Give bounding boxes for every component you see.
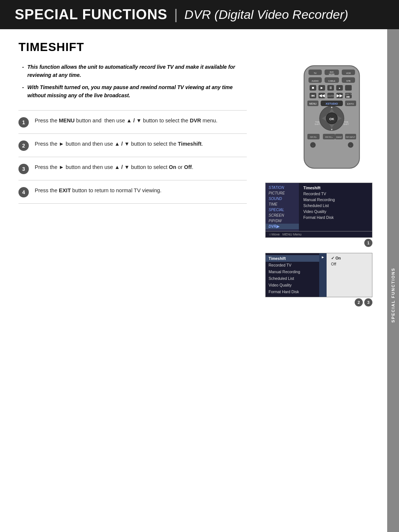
page-header: SPECIAL FUNCTIONS | DVR (Digital Video R… bbox=[0, 0, 399, 29]
remote-illustration: TV DVC MODE VCR AUDIO CABLE STB bbox=[295, 63, 372, 175]
svg-text:◀◀: ◀◀ bbox=[319, 93, 325, 98]
menu-right-scheduled: Scheduled List bbox=[302, 203, 369, 209]
menu-item-station: STATION bbox=[266, 185, 299, 190]
menu-right-quality: Video Quality bbox=[302, 209, 369, 214]
submenu-arrow: ► bbox=[319, 253, 327, 297]
step-text-2: Press the ► button and then use ▲ / ▼ bu… bbox=[35, 140, 203, 148]
menu-right-timeshift: Timeshift bbox=[302, 185, 369, 191]
menu-item-pipdw: PIP/DW bbox=[266, 218, 299, 224]
steps-list: 1 Press the MENU button and then use ▲ /… bbox=[18, 110, 247, 204]
svg-text:AUDIO: AUDIO bbox=[311, 80, 318, 82]
svg-text:STB: STB bbox=[346, 80, 351, 82]
svg-text:VCR: VCR bbox=[346, 72, 351, 74]
sidebar-functions-label: SPECIAL FUNCTIONS bbox=[387, 29, 399, 532]
svg-text:SHIFT: SHIFT bbox=[343, 123, 349, 125]
menu-screenshot-1: STATION PICTURE SOUND TIME SPECIAL SCREE… bbox=[265, 183, 372, 247]
svg-text:SWAP: SWAP bbox=[336, 136, 342, 138]
svg-text:▲: ▲ bbox=[330, 105, 333, 109]
svg-text:TV: TV bbox=[314, 72, 317, 74]
bullet-2: With Timeshift turned on, you may pause … bbox=[22, 83, 247, 100]
menu-right-format: Format Hard Disk bbox=[302, 214, 369, 220]
menu-right-manual: Manual Recording bbox=[302, 197, 369, 203]
step-number-1: 1 bbox=[18, 117, 29, 128]
step-text-3: Press the ► button and then use ▲ / ▼ bu… bbox=[35, 163, 193, 172]
bullet-1: This function allows the unit to automat… bbox=[22, 63, 247, 79]
header-divider: | bbox=[174, 7, 178, 23]
step-4: 4 Press the EXIT button to return to nor… bbox=[18, 180, 247, 204]
svg-text:■: ■ bbox=[312, 85, 314, 90]
intro-bullets: This function allows the unit to automat… bbox=[18, 63, 247, 100]
svg-text:▶▶: ▶▶ bbox=[337, 93, 343, 98]
option-on: ✓ On bbox=[330, 255, 369, 261]
section-title: TIMESHIFT bbox=[18, 40, 372, 54]
step-number-4: 4 bbox=[18, 187, 29, 197]
left-column: This function allows the unit to automat… bbox=[18, 63, 247, 306]
menu-item-screen: SCREEN bbox=[266, 213, 299, 218]
menu-item-time: TIME bbox=[266, 201, 299, 207]
step-2: 2 Press the ► button and then use ▲ / ▼ … bbox=[18, 133, 247, 157]
svg-text:OK: OK bbox=[329, 117, 334, 121]
svg-text:▼: ▼ bbox=[330, 128, 333, 131]
svg-text:·: · bbox=[313, 144, 313, 148]
step-3: 3 Press the ► button and then use ▲ / ▼ … bbox=[18, 157, 247, 180]
step-1: 1 Press the MENU button and then use ▲ /… bbox=[18, 110, 247, 133]
badge-1: 1 bbox=[364, 239, 372, 247]
badge-2: 2 bbox=[355, 298, 363, 306]
svg-text:⏸: ⏸ bbox=[329, 85, 333, 90]
step-number-3: 3 bbox=[18, 164, 29, 174]
svg-text:MODE: MODE bbox=[329, 73, 335, 75]
step-number-2: 2 bbox=[18, 140, 29, 151]
option-off: Off bbox=[330, 261, 369, 267]
svg-text:·: · bbox=[350, 144, 351, 148]
submenu-recorded: Recorded TV bbox=[266, 262, 319, 268]
svg-text:XSTUDIO: XSTUDIO bbox=[325, 102, 338, 105]
submenu-timeshift: Timeshift bbox=[266, 255, 319, 262]
svg-rect-18 bbox=[345, 85, 352, 91]
submenu-manual: Manual Recording bbox=[266, 268, 319, 275]
menu-item-sound: SOUND bbox=[266, 196, 299, 201]
svg-text:⏮: ⏮ bbox=[311, 93, 315, 98]
submenu-quality: Video Quality bbox=[266, 282, 319, 288]
menu-screenshot-2: Timeshift Recorded TV Manual Recording S… bbox=[265, 253, 372, 306]
menu-item-picture: PICTURE bbox=[266, 190, 299, 196]
menu-item-special: SPECIAL bbox=[266, 207, 299, 213]
svg-text:PIP INPUT: PIP INPUT bbox=[346, 136, 355, 138]
step-text-1: Press the MENU button and then use ▲ / ▼… bbox=[35, 116, 218, 125]
svg-text:MARK: MARK bbox=[327, 94, 335, 98]
menu-footer: ☆Move MENU Menu bbox=[265, 231, 372, 238]
badge-3: 3 bbox=[364, 298, 372, 306]
svg-text:⏭: ⏭ bbox=[347, 94, 351, 99]
submenu-scheduled: Scheduled List bbox=[266, 275, 319, 282]
svg-text:MENU: MENU bbox=[309, 102, 317, 105]
svg-text:►: ► bbox=[320, 85, 324, 90]
svg-text:PIP PG+: PIP PG+ bbox=[325, 136, 332, 138]
submenu-format: Format Hard Disk bbox=[266, 288, 319, 295]
header-special: SPECIAL FUNCTIONS bbox=[15, 7, 167, 23]
svg-text:EXIT⊙: EXIT⊙ bbox=[347, 103, 354, 105]
svg-text:●: ● bbox=[339, 87, 341, 90]
sidebar-label-text: SPECIAL FUNCTIONS bbox=[391, 268, 395, 323]
svg-text:SHIFT: SHIFT bbox=[314, 123, 320, 125]
step-text-4: Press the EXIT button to return to norma… bbox=[35, 186, 161, 195]
svg-text:PIP PG-: PIP PG- bbox=[310, 136, 317, 138]
right-column: TV DVC MODE VCR AUDIO CABLE STB bbox=[258, 63, 372, 306]
svg-text:CABLE: CABLE bbox=[328, 80, 335, 82]
menu-right-recorded: Recorded TV bbox=[302, 191, 369, 197]
header-dvr: DVR (Digital Video Recorder) bbox=[184, 7, 348, 22]
menu-item-dvr: DVR▶ bbox=[266, 224, 299, 229]
